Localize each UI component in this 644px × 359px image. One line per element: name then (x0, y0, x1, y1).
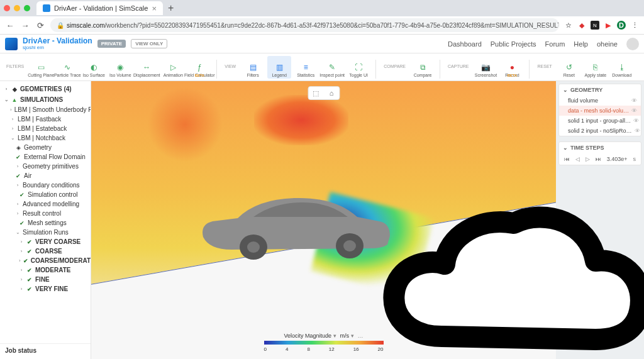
job-status[interactable]: Job status (0, 343, 91, 357)
legend-button[interactable]: ▥Legend (267, 56, 291, 79)
tree-advanced-modelling[interactable]: ›Advanced modelling (0, 199, 91, 209)
reload-button[interactable]: ⟳ (35, 21, 45, 30)
tree-air[interactable]: ✔Air (0, 171, 91, 180)
profile-badge[interactable]: D (617, 21, 626, 30)
legend-field-dropdown[interactable]: Velocity Magnitude (284, 333, 336, 339)
geometry-row[interactable]: fluid volume👁 (559, 96, 641, 106)
isosurf-icon: ◐ (89, 63, 98, 72)
record-button[interactable]: BETA●Record (500, 56, 524, 79)
eye-icon[interactable]: 👁 (633, 118, 639, 124)
view-home-button[interactable]: ⌂ (324, 87, 339, 99)
star-icon[interactable]: ☆ (564, 21, 573, 30)
displacement-button[interactable]: ↔Displacement (135, 56, 158, 79)
window-controls[interactable] (4, 5, 30, 11)
back-button[interactable]: ← (5, 21, 15, 30)
browser-tab[interactable]: DrivAer - Validation | SimScale × (36, 1, 163, 15)
compare-button[interactable]: ⧉Compare (411, 56, 435, 79)
url-field[interactable]: 🔒 simscale.com /workbench/?pid=550220839… (50, 18, 559, 32)
tree-run[interactable]: ›✔FINE (0, 275, 91, 284)
timesteps-header[interactable]: ⌄TIME STEPS (559, 142, 641, 153)
field-calculator-button[interactable]: BETAƒField Calculator (187, 56, 211, 79)
geometry-row[interactable]: solid 2 input - noSlipRo…👁 (559, 126, 641, 136)
download-button[interactable]: ⭳Download (610, 56, 634, 79)
svg-point-1 (247, 241, 260, 253)
geometry-row[interactable]: data - mesh solid-volu…👁 (559, 106, 641, 116)
avatar[interactable] (626, 38, 639, 50)
tree-mesh-settings[interactable]: ✔Mesh settings (0, 218, 91, 228)
nav-help[interactable]: Help (574, 40, 588, 48)
project-title-block[interactable]: DrivAer - Validation sjoshi em (23, 37, 92, 50)
close-tab-icon[interactable]: × (152, 4, 157, 13)
workspace: ›◆GEOMETRIES (4) ⌄▲SIMULATIONS ›LBM | Sm… (0, 81, 644, 359)
simscale-logo[interactable] (5, 38, 18, 50)
tree-run[interactable]: ›✔COARSE (0, 246, 91, 256)
screenshot-button[interactable]: 📷Screenshot (474, 56, 497, 79)
tree-geometry[interactable]: ◈Geometry (0, 143, 91, 152)
ts-play-button[interactable]: ▷ (586, 156, 590, 162)
project-title: DrivAer - Validation (23, 37, 92, 45)
inspect-point-button[interactable]: ✎Inspect point (320, 56, 344, 79)
viewport-3d[interactable]: ⬚ ⌂ Velocity Magnitude m/s … 0 4 8 12 16… (91, 81, 556, 359)
ts-first-button[interactable]: ⏮ (564, 156, 570, 162)
tree-result-control[interactable]: ›Result control (0, 209, 91, 218)
filters-button[interactable]: ▤Filters (241, 56, 265, 79)
statistics-button[interactable]: ≡Statistics (294, 56, 318, 79)
ts-prev-button[interactable]: ◁ (575, 156, 580, 162)
tree-sim-item[interactable]: ›LBM | Estateback (0, 124, 91, 133)
view-cube-button[interactable]: ⬚ (308, 87, 323, 99)
tree-run[interactable]: ›✔VERY COARSE (0, 237, 91, 246)
geometry-panel-header[interactable]: ⌄GEOMETRY (559, 84, 641, 96)
reset-icon: ↺ (565, 63, 574, 72)
nav-public-projects[interactable]: Public Projects (491, 40, 536, 48)
iso-volume-button[interactable]: ◉Iso Volume (108, 56, 132, 79)
tree-sim-item[interactable]: ⌄LBM | Notchback (0, 133, 91, 143)
cutting-plane-button[interactable]: ▭Cutting Plane (29, 56, 53, 79)
address-bar: ← → ⟳ 🔒 simscale.com /workbench/?pid=550… (0, 16, 644, 34)
tree-geometries-header[interactable]: ›◆GEOMETRIES (4) (0, 84, 91, 94)
tab-strip: DrivAer - Validation | SimScale × + (0, 0, 644, 16)
tree-sim-item[interactable]: ›LBM | Smooth Underbody Fa… (0, 105, 91, 114)
legend-settings-icon[interactable]: … (358, 333, 364, 339)
tree-geom-primitives[interactable]: ›Geometry primitives (0, 162, 91, 171)
minimize-window-icon[interactable] (14, 5, 20, 11)
tree-run[interactable]: ›✔MODERATE (0, 265, 91, 275)
tab-title: DrivAer - Validation | SimScale (54, 4, 148, 12)
tree-simulation-runs[interactable]: ⌄Simulation Runs (0, 228, 91, 237)
extension-icon[interactable]: N (591, 21, 599, 30)
extension-icon[interactable]: ◆ (577, 21, 586, 30)
tree-simulations-header[interactable]: ⌄▲SIMULATIONS (0, 94, 91, 105)
reset-button[interactable]: ↺Reset (557, 56, 581, 79)
eye-icon[interactable]: 👁 (635, 128, 640, 134)
toolbar-separator (375, 60, 376, 79)
maximize-window-icon[interactable] (24, 5, 30, 11)
legend-icon: ▥ (275, 63, 284, 72)
geometry-panel: ⌄GEOMETRY fluid volume👁 data - mesh soli… (558, 84, 641, 136)
download-icon: ⭳ (618, 63, 626, 72)
tree-run[interactable]: ›✔VERY FINE (0, 284, 91, 294)
extension-icon[interactable]: ▶ (604, 21, 613, 30)
menu-icon[interactable]: ⋮ (630, 21, 639, 30)
apply-state-button[interactable]: ⎘Apply state (584, 56, 608, 79)
toggle-ui-button[interactable]: ⛶Toggle UI (347, 56, 370, 79)
tree-boundary-conditions[interactable]: ›Boundary conditions (0, 180, 91, 190)
right-panels: ⌄GEOMETRY fluid volume👁 data - mesh soli… (556, 81, 644, 359)
iso-surface-button[interactable]: ◐Iso Surface (82, 56, 106, 79)
particle-trace-button[interactable]: ∿Particle Trace (55, 56, 79, 79)
forward-button[interactable]: → (20, 21, 30, 30)
animation-button[interactable]: ▷Animation (161, 56, 185, 79)
ts-last-button[interactable]: ⏭ (596, 156, 601, 162)
nav-dashboard[interactable]: Dashboard (448, 40, 482, 48)
nav-forum[interactable]: Forum (545, 40, 565, 48)
geometry-row[interactable]: solid 1 input - group-all…👁 (559, 116, 641, 126)
eye-icon[interactable]: 👁 (631, 108, 637, 114)
close-window-icon[interactable] (4, 5, 10, 11)
new-tab-button[interactable]: + (168, 3, 174, 14)
calc-icon: ƒ (195, 63, 204, 72)
tree-external-flow[interactable]: ✔External Flow Domain (0, 152, 91, 162)
eye-icon[interactable]: 👁 (631, 97, 637, 104)
legend-unit-dropdown[interactable]: m/s (340, 333, 354, 339)
tree-sim-item[interactable]: ›LBM | Fastback (0, 114, 91, 124)
nav-username[interactable]: oheine (597, 40, 618, 48)
tree-sim-control[interactable]: ✔Simulation control (0, 190, 91, 199)
tree-run[interactable]: ›✔COARSE/MODERATE (0, 256, 91, 265)
